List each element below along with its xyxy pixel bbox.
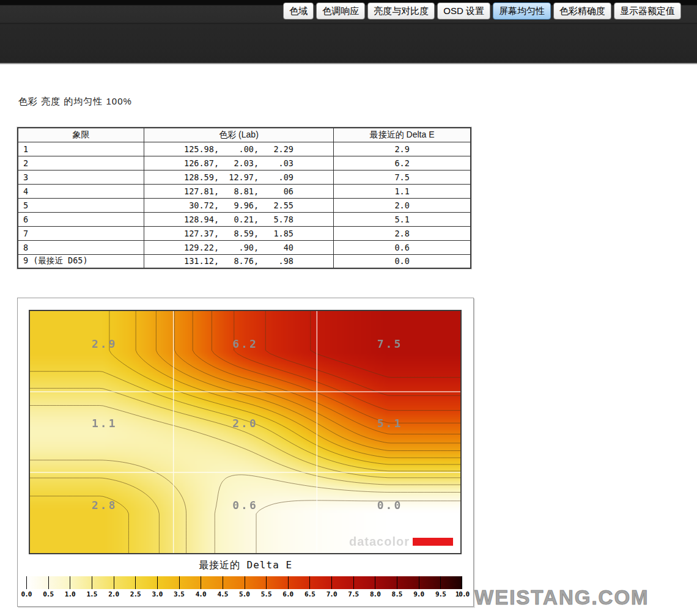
datacolor-logo-icon (413, 538, 453, 546)
colorbar-tick-labels: 0.00.51.01.52.02.53.03.54.04.55.05.56.06… (26, 590, 462, 598)
colorbar-tick-label: 0.0 (21, 590, 32, 598)
report-tab-bar: 色域 色调响应 亮度与对比度 OSD 设置 屏幕均匀性 色彩精确度 显示器额定值 (283, 2, 681, 20)
table-row: 2 126.87, 2.03, .03 6.2 (18, 156, 471, 170)
colorbar-tick (353, 576, 354, 589)
tab-osd-settings[interactable]: OSD 设置 (437, 2, 490, 20)
colorbar-tick-label: 8.0 (370, 590, 380, 598)
tab-screen-uniformity[interactable]: 屏幕均匀性 (493, 2, 551, 20)
colorbar-tick (223, 576, 223, 589)
colorbar-tick (397, 576, 397, 589)
colorbar-tick (201, 576, 201, 589)
col-header-quadrant: 象限 (18, 128, 144, 142)
col-header-delta-e: 最接近的 Delta E (334, 128, 471, 142)
tab-monitor-ratings[interactable]: 显示器额定值 (614, 2, 681, 20)
colorbar-tick-label: 6.5 (304, 590, 315, 598)
uniformity-plot-panel: 2.9 6.2 7.5 1.1 2.0 5.1 2.8 0.6 0.0 data… (17, 298, 474, 607)
colorbar-tick (462, 576, 462, 589)
colorbar-tick-label: 1.0 (65, 590, 75, 598)
tab-color-gamut[interactable]: 色域 (283, 2, 314, 20)
colorbar-tick (245, 576, 245, 589)
colorbar-tick (440, 576, 441, 589)
colorbar-tick (288, 576, 289, 589)
table-row: 8 129.22, .90, 40 0.6 (18, 240, 471, 254)
contour-plot: 2.9 6.2 7.5 1.1 2.0 5.1 2.8 0.6 0.0 data… (29, 310, 462, 554)
colorbar-tick (135, 576, 136, 589)
colorbar-tick-label: 3.5 (174, 590, 184, 598)
colorbar-tick-label: 6.0 (282, 590, 293, 598)
uniformity-table: 象限 色彩 (Lab) 最接近的 Delta E 1 125.98, .00, … (17, 127, 471, 269)
colorbar-tick-label: 2.0 (108, 590, 119, 598)
tab-brightness-contrast[interactable]: 亮度与对比度 (367, 2, 435, 20)
colorbar-tick-label: 4.5 (217, 590, 227, 598)
tab-tone-response[interactable]: 色调响应 (316, 2, 365, 20)
col-header-lab: 色彩 (Lab) (144, 128, 333, 142)
uniformity-contour-canvas (30, 311, 460, 553)
colorbar-title: 最接近的 Delta E (18, 559, 473, 572)
table-header-row: 象限 色彩 (Lab) 最接近的 Delta E (18, 128, 471, 142)
colorbar-tick (114, 576, 114, 589)
colorbar-tick-label: 7.5 (348, 590, 358, 598)
colorbar-tick (26, 576, 27, 589)
colorbar-tick (419, 576, 419, 589)
colorbar-tick (70, 576, 70, 589)
tab-color-accuracy[interactable]: 色彩精确度 (553, 2, 611, 20)
table-row: 6 128.94, 0.21, 5.78 5.1 (18, 212, 471, 226)
colorbar-tick-label: 9.0 (413, 590, 424, 598)
datacolor-watermark: datacolor (349, 535, 453, 549)
colorbar-tick-label: 2.5 (130, 590, 141, 598)
site-watermark: WEISTANG.COM (474, 586, 649, 609)
table-row: 5 30.72, 9.96, 2.55 2.0 (18, 198, 471, 212)
colorbar-tick-label: 5.0 (239, 590, 249, 598)
colorbar-tick (92, 576, 92, 589)
colorbar-tick (179, 576, 180, 589)
colorbar-tick (331, 576, 332, 589)
colorbar-tick-label: 8.5 (392, 590, 402, 598)
colorbar-tick (375, 576, 375, 589)
table-row: 1 125.98, .00, 2.29 2.9 (18, 142, 471, 156)
table-row: 4 127.81, 8.81, 06 1.1 (18, 184, 471, 198)
datacolor-text: datacolor (349, 535, 410, 549)
colorbar-tick-label: 9.5 (435, 590, 446, 598)
table-row: 9 (最接近 D65) 131.12, 8.76, .98 0.0 (18, 254, 471, 268)
colorbar-tick-label: 0.5 (43, 590, 53, 598)
colorbar-tick (266, 576, 267, 589)
colorbar-tick-label: 7.0 (326, 590, 337, 598)
colorbar-tick (309, 576, 310, 589)
table-row: 7 127.37, 8.59, 1.85 2.8 (18, 226, 471, 240)
table-row: 3 128.59, 12.97, .09 7.5 (18, 170, 471, 184)
colorbar-tick-label: 1.5 (87, 590, 97, 598)
colorbar-tick-label: 3.0 (152, 590, 162, 598)
colorbar-gradient (26, 576, 462, 589)
colorbar-tick-label: 10.0 (455, 590, 470, 598)
colorbar-tick-label: 5.5 (261, 590, 271, 598)
colorbar-tick-label: 4.0 (196, 590, 206, 598)
colorbar-tick (157, 576, 158, 589)
page-title: 色彩 亮度 的均匀性 100% (18, 96, 132, 108)
colorbar-tick (48, 576, 49, 589)
